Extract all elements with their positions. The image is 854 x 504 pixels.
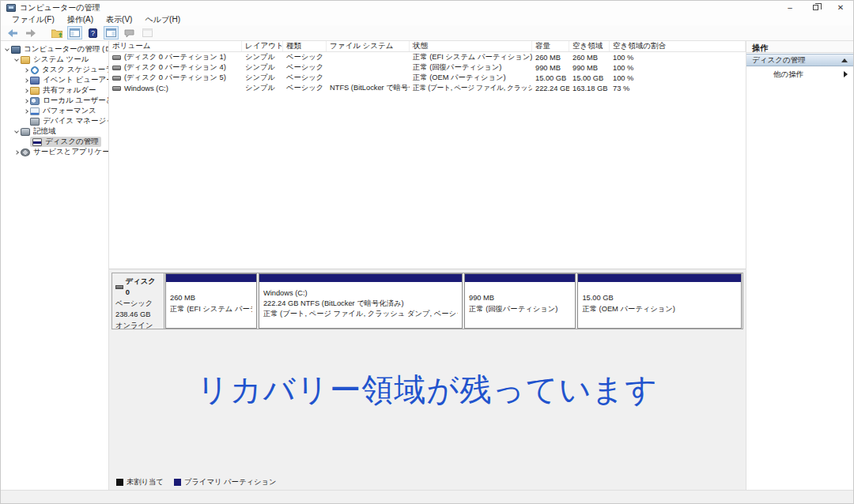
- forward-icon[interactable]: [23, 26, 38, 39]
- column-header-layout[interactable]: レイアウト: [242, 41, 283, 51]
- legend-label: プライマリ パーティション: [184, 477, 277, 487]
- tree-item-label: デバイス マネージャー: [43, 116, 108, 126]
- volume-free-pct: 100 %: [610, 64, 746, 72]
- partition-size: 260 MB: [170, 293, 252, 303]
- window-controls: – ✕: [777, 1, 853, 14]
- describe-icon[interactable]: [122, 26, 137, 39]
- more-actions-item[interactable]: 他の操作: [746, 66, 853, 82]
- restore-button[interactable]: [803, 1, 828, 14]
- volume-capacity: 990 MB: [532, 64, 569, 72]
- tree-item-services-applications[interactable]: サービスとアプリケーション: [1, 147, 108, 157]
- tree-item-disk-management[interactable]: ディスクの管理: [1, 137, 108, 147]
- pane-disabled-icon[interactable]: [140, 26, 155, 39]
- volume-capacity: 260 MB: [532, 54, 569, 62]
- column-header-status[interactable]: 状態: [410, 41, 532, 51]
- primary-partition-bar: [259, 274, 462, 282]
- tree-item-task-scheduler[interactable]: タスク スケジューラ: [1, 65, 108, 75]
- local-users-icon: [30, 97, 40, 105]
- volume-status: 正常 (ブート, ページ ファイル, クラッシュ ダンプ, ベーシック データ …: [410, 84, 532, 93]
- tree-item-system-tools[interactable]: システム ツール: [1, 55, 108, 65]
- show-action-pane-icon[interactable]: [104, 26, 119, 39]
- close-button[interactable]: ✕: [828, 1, 853, 14]
- action-pane-title: 操作: [746, 41, 853, 53]
- tree-item-performance[interactable]: パフォーマンス: [1, 106, 108, 116]
- tree-item-shared-folders[interactable]: 共有フォルダー: [1, 85, 108, 96]
- system-tools-icon: [21, 56, 30, 64]
- partition-windows-c[interactable]: Windows (C:) 222.24 GB NTFS (BitLocker で…: [259, 273, 463, 329]
- tree-item-label: パフォーマンス: [43, 106, 96, 116]
- volume-layout: シンプル: [242, 62, 283, 73]
- column-header-type[interactable]: 種類: [283, 41, 327, 51]
- column-header-free[interactable]: 空き領域: [569, 41, 610, 51]
- volume-name: (ディスク 0 パーティション 4): [124, 62, 226, 73]
- menu-view[interactable]: 表示(V): [100, 14, 138, 25]
- partition-size: 15.00 GB: [582, 293, 737, 303]
- expander-icon: [22, 89, 30, 92]
- disk0-info[interactable]: ディスク 0 ベーシック 238.46 GB オンライン: [112, 273, 164, 329]
- graphical-view: ディスク 0 ベーシック 238.46 GB オンライン 260 MB 正常 (…: [109, 269, 746, 490]
- app-icon: [6, 4, 16, 12]
- legend-label: 未割り当て: [127, 477, 164, 487]
- column-header-filesystem[interactable]: ファイル システム: [327, 41, 410, 51]
- tree-item-event-viewer[interactable]: イベント ビューアー: [1, 75, 108, 85]
- tree-item-label: 記憶域: [33, 126, 56, 137]
- disk0-partitions: 260 MB 正常 (EFI システム パーティション) Windows (C:…: [164, 273, 743, 329]
- column-header-capacity[interactable]: 容量: [532, 41, 569, 51]
- partition-size: 222.24 GB NTFS (BitLocker で暗号化済み): [263, 299, 458, 309]
- partition-efi[interactable]: 260 MB 正常 (EFI システム パーティション): [165, 273, 257, 329]
- help-icon[interactable]: ?: [85, 26, 100, 39]
- tree-item-storage[interactable]: 記憶域: [1, 126, 108, 137]
- minimize-button[interactable]: –: [777, 1, 803, 14]
- volume-layout: シンプル: [242, 83, 283, 93]
- disk0-name: ディスク 0: [126, 276, 161, 299]
- volume-icon: [112, 66, 121, 70]
- unallocated-swatch: [116, 479, 123, 486]
- partition-recovery[interactable]: 990 MB 正常 (回復パーティション): [464, 273, 576, 329]
- volume-icon: [112, 76, 121, 81]
- volume-list-header: ボリューム レイアウト 種類 ファイル システム 状態 容量 空き領域 空き領域…: [109, 41, 746, 52]
- legend-unallocated: 未割り当て: [116, 477, 164, 487]
- volume-name: Windows (C:): [124, 85, 168, 92]
- volume-layout: シンプル: [242, 73, 283, 83]
- main-pane: ボリューム レイアウト 種類 ファイル システム 状態 容量 空き領域 空き領域…: [109, 41, 746, 490]
- console-tree: コンピューターの管理 (ローカル) システム ツール タスク スケジューラ イベ…: [1, 41, 109, 490]
- tree-item-label: ローカル ユーザーとグループ: [43, 96, 108, 106]
- tree-item-label: 共有フォルダー: [43, 85, 96, 96]
- show-console-tree-icon[interactable]: [67, 26, 82, 39]
- partition-legend: 未割り当て プライマリ パーティション: [116, 477, 276, 487]
- volume-row-partition1[interactable]: (ディスク 0 パーティション 1) シンプル ベーシック 正常 (EFI シス…: [109, 52, 746, 62]
- volume-free: 163.18 GB: [569, 85, 610, 92]
- menu-action[interactable]: 操作(A): [61, 14, 100, 25]
- tree-item-computer-management[interactable]: コンピューターの管理 (ローカル): [1, 44, 108, 55]
- volume-row-partition4[interactable]: (ディスク 0 パーティション 4) シンプル ベーシック 正常 (回復パーティ…: [109, 62, 746, 73]
- volume-capacity: 15.00 GB: [532, 74, 569, 82]
- selected-tree-item: ディスクの管理: [30, 137, 101, 147]
- menu-file[interactable]: ファイル(F): [6, 14, 61, 25]
- column-header-free-pct[interactable]: 空き領域の割合: [610, 41, 746, 51]
- expander-icon: [13, 59, 21, 61]
- partition-oem[interactable]: 15.00 GB 正常 (OEM パーティション): [577, 273, 742, 329]
- disk0-size: 238.46 GB: [115, 310, 161, 321]
- content-area: コンピューターの管理 (ローカル) システム ツール タスク スケジューラ イベ…: [1, 41, 853, 490]
- up-level-icon[interactable]: [49, 26, 64, 39]
- menu-help[interactable]: ヘルプ(H): [138, 14, 187, 25]
- tree-item-label: ディスクの管理: [45, 137, 99, 147]
- tree-item-label: イベント ビューアー: [43, 75, 108, 85]
- disk-management-icon: [32, 138, 42, 146]
- volume-row-partition5[interactable]: (ディスク 0 パーティション 5) シンプル ベーシック 正常 (OEM パー…: [109, 73, 746, 83]
- tree-item-device-manager[interactable]: デバイス マネージャー: [1, 116, 108, 126]
- tree-item-label: サービスとアプリケーション: [33, 147, 108, 157]
- volume-row-windows-c[interactable]: Windows (C:) シンプル ベーシック NTFS (BitLocker …: [109, 83, 746, 93]
- primary-partition-swatch: [174, 479, 181, 486]
- volume-name: (ディスク 0 パーティション 1): [124, 52, 226, 62]
- collapse-icon: [841, 58, 848, 62]
- computer-icon: [11, 46, 21, 54]
- back-icon[interactable]: [5, 26, 20, 39]
- partition-status: 正常 (EFI システム パーティション): [170, 304, 252, 314]
- column-header-volume[interactable]: ボリューム: [109, 41, 242, 51]
- tree-item-local-users[interactable]: ローカル ユーザーとグループ: [1, 96, 108, 106]
- device-manager-icon: [30, 118, 40, 126]
- volume-status: 正常 (EFI システム パーティション): [410, 52, 532, 62]
- action-section-disk-management[interactable]: ディスクの管理: [746, 54, 853, 66]
- volume-list: ボリューム レイアウト 種類 ファイル システム 状態 容量 空き領域 空き領域…: [109, 41, 746, 269]
